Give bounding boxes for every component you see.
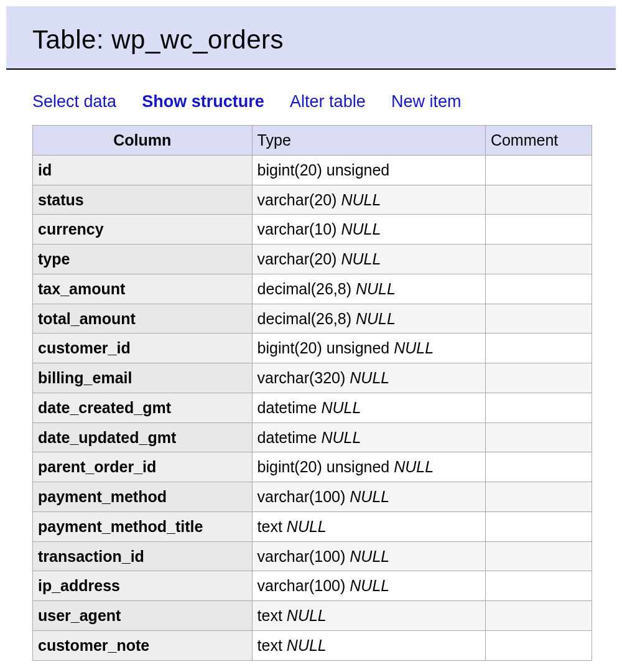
nav-select-data[interactable]: Select data — [32, 92, 116, 111]
column-name[interactable]: parent_order_id — [33, 452, 253, 482]
column-type: bigint(20) unsigned — [252, 155, 485, 185]
table-row: idbigint(20) unsigned — [33, 155, 592, 185]
column-type: datetime NULL — [252, 422, 485, 452]
column-comment — [485, 571, 592, 601]
table-row: total_amountdecimal(26,8) NULL — [33, 304, 592, 334]
column-comment — [485, 155, 592, 185]
table-row: user_agenttext NULL — [33, 601, 592, 631]
column-name[interactable]: transaction_id — [33, 541, 253, 571]
null-indicator: NULL — [350, 488, 389, 505]
column-name[interactable]: date_created_gmt — [33, 393, 253, 422]
table-row: currencyvarchar(10) NULL — [33, 215, 592, 245]
column-name[interactable]: customer_id — [33, 334, 253, 363]
null-indicator: NULL — [287, 518, 327, 535]
table-row: date_updated_gmtdatetime NULL — [33, 422, 592, 452]
column-type: varchar(100) NULL — [252, 571, 485, 601]
table-row: customer_notetext NULL — [33, 630, 592, 660]
column-comment — [485, 511, 592, 541]
null-indicator: NULL — [341, 191, 381, 208]
table-row: ip_addressvarchar(100) NULL — [33, 571, 592, 601]
table-row: transaction_idvarchar(100) NULL — [33, 541, 592, 571]
column-type: text NULL — [252, 511, 485, 541]
table-row: payment_method_titletext NULL — [33, 511, 592, 541]
column-type: bigint(20) unsigned NULL — [252, 334, 485, 363]
column-type: datetime NULL — [252, 393, 485, 422]
table-row: billing_emailvarchar(320) NULL — [33, 363, 592, 393]
table-header-row: Column Type Comment — [33, 126, 592, 156]
column-comment — [485, 482, 592, 512]
column-type: varchar(320) NULL — [252, 363, 485, 393]
column-comment — [485, 334, 592, 363]
table-row: tax_amountdecimal(26,8) NULL — [33, 274, 592, 304]
nav-alter-table[interactable]: Alter table — [290, 92, 366, 111]
null-indicator: NULL — [350, 369, 389, 386]
column-name[interactable]: billing_email — [33, 363, 253, 393]
null-indicator: NULL — [356, 310, 396, 327]
column-comment — [485, 215, 592, 245]
column-comment — [485, 541, 592, 571]
column-type: varchar(100) NULL — [252, 482, 485, 512]
structure-table-wrap: Column Type Comment idbigint(20) unsigne… — [6, 125, 616, 661]
column-name[interactable]: user_agent — [33, 601, 253, 631]
column-type: decimal(26,8) NULL — [252, 274, 485, 304]
column-comment — [485, 422, 592, 452]
structure-table-body: idbigint(20) unsignedstatusvarchar(20) N… — [33, 155, 592, 660]
column-name[interactable]: type — [33, 245, 253, 274]
column-name[interactable]: currency — [33, 215, 253, 245]
table-row: statusvarchar(20) NULL — [33, 185, 592, 215]
column-name[interactable]: date_updated_gmt — [33, 422, 253, 452]
column-type: varchar(10) NULL — [252, 215, 485, 245]
table-row: customer_idbigint(20) unsigned NULL — [33, 334, 592, 363]
column-comment — [485, 601, 592, 631]
column-type: text NULL — [252, 601, 485, 631]
null-indicator: NULL — [356, 280, 396, 297]
null-indicator: NULL — [394, 339, 434, 357]
column-type: varchar(20) NULL — [252, 185, 485, 215]
null-indicator: NULL — [341, 250, 381, 268]
col-header-type[interactable]: Type — [252, 126, 485, 156]
structure-table: Column Type Comment idbigint(20) unsigne… — [32, 125, 592, 661]
column-comment — [485, 185, 592, 215]
column-comment — [485, 363, 592, 393]
page: Table: wp_wc_orders Select data Show str… — [0, 0, 622, 672]
title-bar: Table: wp_wc_orders — [6, 6, 616, 70]
column-name[interactable]: tax_amount — [33, 274, 253, 304]
column-type: decimal(26,8) NULL — [252, 304, 485, 334]
column-type: bigint(20) unsigned NULL — [252, 452, 485, 482]
col-header-column[interactable]: Column — [33, 126, 253, 156]
column-name[interactable]: total_amount — [33, 304, 253, 334]
nav-show-structure[interactable]: Show structure — [142, 92, 264, 111]
column-name[interactable]: payment_method — [33, 482, 253, 512]
column-comment — [485, 452, 592, 482]
column-type: text NULL — [252, 630, 485, 660]
column-name[interactable]: payment_method_title — [33, 511, 253, 541]
column-name[interactable]: customer_note — [33, 630, 253, 660]
null-indicator: NULL — [321, 399, 361, 416]
table-row: payment_methodvarchar(100) NULL — [33, 482, 592, 512]
column-type: varchar(100) NULL — [252, 541, 485, 571]
nav-new-item[interactable]: New item — [391, 92, 462, 111]
column-comment — [485, 630, 592, 660]
table-row: date_created_gmtdatetime NULL — [33, 393, 592, 422]
page-title: Table: wp_wc_orders — [32, 25, 590, 55]
column-comment — [485, 274, 592, 304]
null-indicator: NULL — [321, 429, 361, 446]
null-indicator: NULL — [350, 548, 389, 565]
null-indicator: NULL — [394, 458, 434, 475]
title-prefix: Table: — [32, 25, 104, 54]
nav-tabs: Select data Show structure Alter table N… — [6, 70, 616, 125]
table-row: parent_order_idbigint(20) unsigned NULL — [33, 452, 592, 482]
column-name[interactable]: id — [33, 155, 253, 185]
column-comment — [485, 245, 592, 274]
table-row: typevarchar(20) NULL — [33, 245, 592, 274]
column-comment — [485, 393, 592, 422]
null-indicator: NULL — [287, 637, 327, 654]
null-indicator: NULL — [287, 607, 327, 624]
column-name[interactable]: status — [33, 185, 253, 215]
null-indicator: NULL — [341, 220, 381, 238]
column-comment — [485, 304, 592, 334]
col-header-comment[interactable]: Comment — [485, 126, 592, 156]
null-indicator: NULL — [350, 577, 389, 594]
column-type: varchar(20) NULL — [252, 245, 485, 274]
column-name[interactable]: ip_address — [33, 571, 253, 601]
